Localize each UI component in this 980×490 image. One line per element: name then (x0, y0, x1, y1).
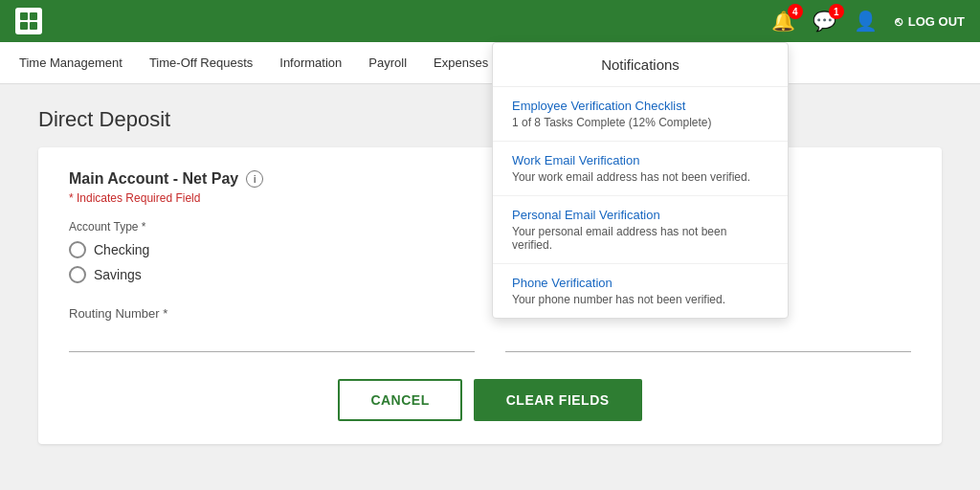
svg-rect-3 (30, 22, 37, 30)
user-icon: 👤 (854, 10, 878, 33)
notif-title-1[interactable]: Work Email Verification (512, 153, 768, 167)
chat-badge: 1 (829, 4, 844, 19)
clear-fields-button[interactable]: CLEAR FIELDS (474, 379, 642, 421)
routing-number-label: Routing Number * (69, 306, 475, 321)
notif-title-0[interactable]: Employee Verification Checklist (512, 99, 768, 113)
notification-item-0: Employee Verification Checklist 1 of 8 T… (493, 87, 788, 142)
nav-time-management[interactable]: Time Management (19, 56, 122, 70)
notification-header: Notifications (493, 43, 788, 87)
notification-item-2: Personal Email Verification Your persona… (493, 196, 788, 264)
nav-payroll[interactable]: Payroll (368, 56, 407, 70)
svg-rect-1 (30, 12, 37, 20)
nav-expenses[interactable]: Expenses (434, 56, 488, 70)
main-content: Direct Deposit Main Account - Net Pay i … (0, 84, 980, 490)
notif-title-2[interactable]: Personal Email Verification (512, 208, 768, 222)
secondary-nav: Time Management Time-Off Requests Inform… (0, 42, 980, 84)
notif-desc-0: 1 of 8 Tasks Complete (12% Complete) (512, 116, 768, 129)
notif-title-3[interactable]: Phone Verification (512, 276, 768, 290)
notification-dropdown: Notifications Employee Verification Chec… (492, 42, 789, 319)
bell-badge: 4 (788, 4, 803, 19)
top-bar-actions: 🔔 4 💬 1 👤 ⎋ LOG OUT (771, 10, 965, 33)
notif-desc-1: Your work email address has not been ver… (512, 170, 768, 184)
routing-number-input[interactable] (69, 324, 475, 352)
form-buttons: CANCEL CLEAR FIELDS (69, 379, 911, 421)
cancel-button[interactable]: CANCEL (338, 379, 461, 421)
account-number-input[interactable] (505, 324, 911, 352)
radio-savings-label: Savings (94, 267, 142, 282)
page-title: Direct Deposit (38, 107, 942, 132)
nav-information[interactable]: Information (279, 56, 342, 70)
notif-desc-2: Your personal email address has not been… (512, 225, 768, 252)
notification-item-3: Phone Verification Your phone number has… (493, 264, 788, 318)
logout-button[interactable]: ⎋ LOG OUT (895, 14, 965, 29)
info-icon[interactable]: i (246, 170, 263, 188)
nav-time-off[interactable]: Time-Off Requests (149, 56, 253, 70)
routing-number-field: Routing Number * (69, 306, 475, 352)
direct-deposit-card: Main Account - Net Pay i * Indicates Req… (38, 147, 942, 444)
radio-checking-circle (69, 241, 86, 258)
logout-icon: ⎋ (895, 14, 902, 29)
app-logo (15, 8, 42, 34)
bell-button[interactable]: 🔔 4 (771, 10, 795, 33)
user-profile-button[interactable]: 👤 (854, 10, 878, 33)
radio-savings-circle (69, 266, 86, 283)
logout-label: LOG OUT (908, 14, 965, 29)
notification-item-1: Work Email Verification Your work email … (493, 142, 788, 196)
svg-rect-0 (20, 12, 28, 20)
notif-desc-3: Your phone number has not been verified. (512, 293, 768, 306)
svg-rect-2 (20, 22, 28, 30)
chat-button[interactable]: 💬 1 (813, 10, 836, 33)
top-bar: 🔔 4 💬 1 👤 ⎋ LOG OUT (0, 0, 980, 42)
radio-checking-label: Checking (94, 242, 149, 257)
